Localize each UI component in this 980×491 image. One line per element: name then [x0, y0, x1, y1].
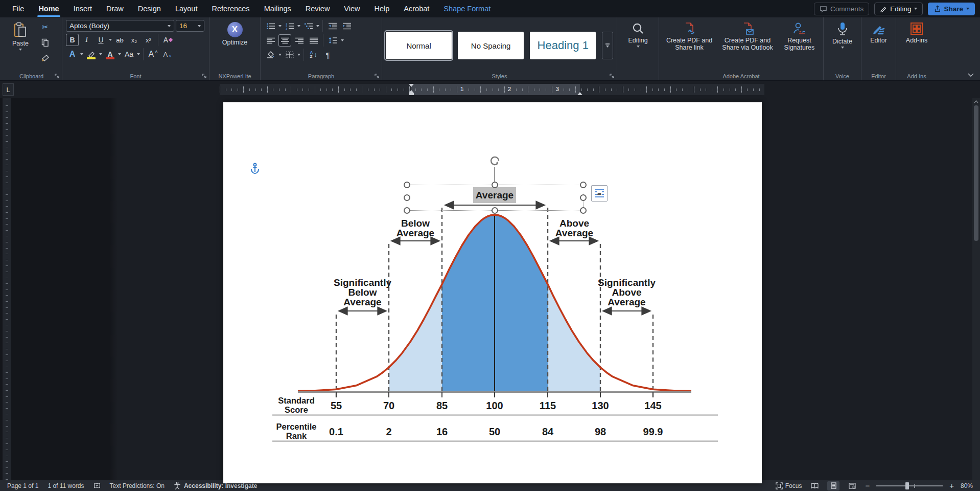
chevron-down-icon[interactable]	[109, 39, 112, 41]
clipboard-dialog-launcher[interactable]	[54, 73, 60, 79]
format-painter-button[interactable]	[39, 52, 52, 64]
style-heading1[interactable]: Heading 1	[530, 32, 596, 59]
tab-draw[interactable]: Draw	[99, 0, 131, 17]
proofing-icon[interactable]	[94, 482, 101, 489]
text-predictions[interactable]: Text Predictions: On	[110, 482, 165, 489]
font-size-combobox[interactable]: 16	[176, 20, 204, 32]
chevron-down-icon[interactable]	[99, 53, 102, 55]
font-name-combobox[interactable]: Aptos (Body)	[66, 20, 174, 32]
clear-formatting-button[interactable]: A	[161, 34, 174, 46]
increase-indent-button[interactable]	[340, 20, 353, 32]
read-mode-button[interactable]	[808, 481, 821, 490]
highlight-color-button[interactable]	[85, 48, 98, 60]
tab-acrobat[interactable]: Acrobat	[396, 0, 436, 17]
tab-insert[interactable]: Insert	[66, 0, 99, 17]
borders-button[interactable]	[283, 49, 296, 61]
strikethrough-button[interactable]: ab	[113, 34, 126, 46]
chevron-down-icon[interactable]	[80, 53, 83, 55]
resize-handle-bottom-left[interactable]	[404, 207, 410, 214]
resize-handle-bottom-right[interactable]	[580, 207, 587, 214]
zoom-slider[interactable]	[876, 482, 943, 489]
chevron-down-icon[interactable]	[341, 39, 344, 41]
shrink-font-button[interactable]: A˅	[161, 48, 174, 60]
hanging-indent-marker[interactable]	[409, 90, 414, 95]
zoom-in-button[interactable]: +	[949, 481, 954, 490]
tab-shape-format[interactable]: Shape Format	[436, 0, 498, 17]
line-spacing-button[interactable]	[326, 34, 339, 47]
editing-mode-button[interactable]: Editing	[874, 3, 923, 15]
scroll-up-arrow[interactable]	[974, 100, 978, 103]
numbering-button[interactable]: 123	[283, 20, 296, 32]
change-case-button[interactable]: Aa	[123, 48, 135, 60]
addins-button[interactable]: Add-ins	[901, 20, 932, 46]
resize-handle-top-left[interactable]	[404, 182, 410, 188]
resize-handle-bottom-center[interactable]	[492, 207, 498, 214]
justify-button[interactable]	[307, 34, 320, 47]
rotate-handle[interactable]	[488, 154, 502, 168]
styles-more-button[interactable]	[602, 32, 613, 59]
tab-references[interactable]: References	[204, 0, 256, 17]
grow-font-button[interactable]: A˄	[147, 48, 159, 60]
resize-handle-mid-right[interactable]	[580, 194, 587, 201]
align-left-button[interactable]	[264, 34, 277, 47]
superscript-button[interactable]: x²	[142, 34, 155, 46]
align-right-button[interactable]	[293, 34, 306, 47]
comments-button[interactable]: Comments	[814, 3, 869, 15]
paragraph-dialog-launcher[interactable]	[374, 73, 380, 79]
chevron-down-icon[interactable]	[297, 54, 300, 56]
decrease-indent-button[interactable]	[326, 20, 339, 32]
collapse-ribbon-button[interactable]	[968, 73, 974, 77]
style-no-spacing[interactable]: No Spacing	[458, 32, 524, 59]
zoom-level[interactable]: 80%	[961, 482, 973, 489]
chevron-down-icon[interactable]	[278, 54, 282, 56]
scrollbar-thumb[interactable]	[974, 105, 978, 241]
resize-handle-top-right[interactable]	[580, 182, 587, 188]
first-line-indent-marker[interactable]	[409, 84, 414, 87]
font-color-button[interactable]: A	[104, 48, 116, 60]
resize-handle-top-center[interactable]	[492, 182, 498, 188]
chevron-down-icon[interactable]	[137, 53, 140, 55]
web-layout-button[interactable]	[846, 481, 858, 490]
chevron-down-icon[interactable]	[278, 25, 282, 27]
tab-mailings[interactable]: Mailings	[257, 0, 298, 17]
layout-options-button[interactable]	[591, 185, 608, 202]
chevron-down-icon[interactable]	[297, 25, 300, 27]
optimize-button[interactable]: X Optimize	[219, 20, 251, 48]
align-center-button[interactable]	[278, 34, 291, 47]
share-button[interactable]: Share	[928, 3, 975, 15]
show-marks-button[interactable]: ¶	[321, 49, 334, 61]
resize-handle-mid-left[interactable]	[404, 194, 410, 201]
editor-button[interactable]: Editor	[863, 20, 895, 46]
vertical-scrollbar[interactable]	[972, 98, 980, 480]
subscript-button[interactable]: x₂	[128, 34, 141, 46]
shading-button[interactable]	[264, 49, 277, 61]
chevron-down-icon[interactable]	[118, 53, 121, 55]
styles-dialog-launcher[interactable]	[609, 73, 615, 79]
word-count[interactable]: 1 of 11 words	[48, 482, 84, 489]
zoom-slider-thumb[interactable]	[905, 482, 909, 489]
create-pdf-share-link-button[interactable]: Create PDF and Share link	[663, 20, 716, 53]
zoom-out-button[interactable]: −	[865, 481, 870, 490]
print-layout-button[interactable]	[827, 481, 839, 490]
multilevel-list-button[interactable]	[302, 20, 315, 32]
style-normal[interactable]: Normal	[386, 32, 452, 59]
paste-button[interactable]: Paste	[5, 20, 36, 53]
tab-help[interactable]: Help	[367, 0, 397, 17]
document-page[interactable]: Average Below Average Above Average Sign…	[223, 102, 762, 483]
tab-stop-selector[interactable]: L	[3, 83, 14, 96]
average-textbox[interactable]: Average	[473, 187, 516, 203]
tab-view[interactable]: View	[337, 0, 367, 17]
underline-button[interactable]: U	[95, 34, 107, 46]
text-effects-button[interactable]: A	[66, 48, 79, 60]
bold-button[interactable]: B	[66, 34, 79, 46]
dictate-button[interactable]: Dictate	[827, 20, 858, 51]
tab-layout[interactable]: Layout	[168, 0, 205, 17]
chevron-down-icon[interactable]	[316, 25, 319, 27]
request-signatures-button[interactable]: Request Signatures	[779, 20, 820, 53]
tab-home[interactable]: Home	[31, 0, 66, 17]
font-dialog-launcher[interactable]	[201, 73, 207, 79]
create-pdf-share-outlook-button[interactable]: Create PDF and Share via Outlook	[718, 20, 777, 53]
editing-menu-button[interactable]: Editing	[622, 20, 654, 50]
right-indent-marker[interactable]	[577, 92, 582, 95]
tab-design[interactable]: Design	[131, 0, 168, 17]
